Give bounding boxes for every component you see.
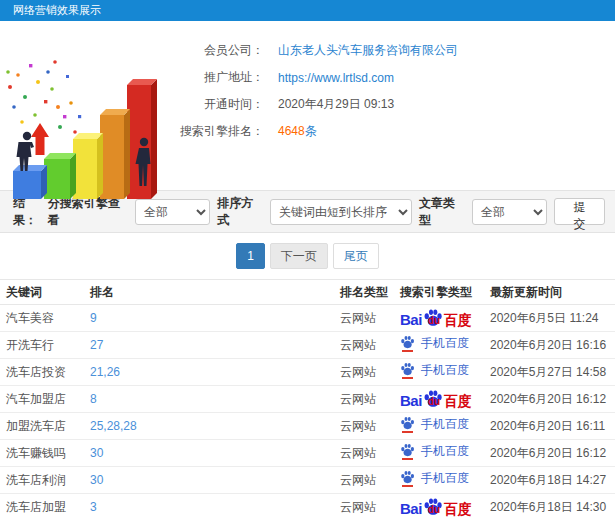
keyword-cell: 开洗车行 — [0, 332, 90, 359]
mobile-baidu-paw-icon — [400, 470, 415, 487]
rank-cell: 25,28,28 — [90, 413, 340, 440]
header-rank: 排名 — [90, 280, 340, 305]
update-time-cell: 2020年5月27日 14:58 — [490, 359, 615, 386]
header-update-time: 最新更新时间 — [490, 280, 615, 305]
mobile-baidu-logo: 手机百度 — [400, 470, 469, 487]
rank-type-cell: 云网站 — [340, 440, 400, 467]
keyword-cell: 洗车店加盟 — [0, 494, 90, 520]
rank-cell: 27 — [90, 332, 340, 359]
table-row: 洗车赚钱吗 30 云网站 Baidu百度 手机百度 2020年6月20日 16:… — [0, 440, 615, 467]
update-time-cell: 2020年6月20日 16:12 — [490, 386, 615, 413]
keyword-cell: 汽车加盟店 — [0, 386, 90, 413]
rank-cell: 21,26 — [90, 359, 340, 386]
bar-blue — [13, 165, 47, 199]
baidu-paw-icon: du — [423, 497, 443, 516]
keyword-cell: 汽车美容 — [0, 305, 90, 332]
rank-type-cell: 云网站 — [340, 332, 400, 359]
company-row: 会员公司： 山东老人头汽车服务咨询有限公司 — [180, 37, 615, 64]
rank-cell: 30 — [90, 467, 340, 494]
submit-button[interactable]: 提交 — [554, 198, 605, 225]
rank-cell: 9 — [90, 305, 340, 332]
table-row: 汽车加盟店 8 云网站 Baidu百度 手机百度 2020年6月20日 16:1… — [0, 386, 615, 413]
mobile-baidu-paw-icon — [400, 335, 415, 352]
promo-url-link[interactable]: https://www.lrtlsd.com — [278, 71, 394, 85]
rank-link[interactable]: 8 — [90, 392, 97, 406]
header-engine-type: 搜索引擎类型 — [400, 280, 490, 305]
table-row: 洗车店投资 21,26 云网站 Baidu百度 手机百度 2020年5月27日 … — [0, 359, 615, 386]
page-1-button[interactable]: 1 — [236, 243, 265, 269]
promo-url-label: 推广地址： — [180, 69, 264, 86]
table-row: 开洗车行 27 云网站 Baidu百度 手机百度 2020年6月20日 16:1… — [0, 332, 615, 359]
rank-cell: 30 — [90, 440, 340, 467]
mobile-baidu-paw-icon — [400, 443, 415, 460]
page-title: 网络营销效果展示 — [0, 0, 615, 21]
baidu-logo: Baidu百度 — [400, 308, 472, 327]
rank-link[interactable]: 25,28,28 — [90, 419, 137, 433]
rank-type-cell: 云网站 — [340, 359, 400, 386]
engine-cell: Baidu百度 手机百度 — [400, 413, 490, 440]
open-time-value: 2020年4月29日 09:13 — [278, 96, 394, 113]
engine-cell: Baidu百度 手机百度 — [400, 467, 490, 494]
last-page-button[interactable]: 尾页 — [333, 243, 379, 269]
keyword-cell: 洗车店投资 — [0, 359, 90, 386]
sort-filter-label: 排序方式 — [217, 195, 263, 229]
rank-type-cell: 云网站 — [340, 494, 400, 520]
ranking-table: 关键词 排名 排名类型 搜索引擎类型 最新更新时间 汽车美容 9 云网站 Bai… — [0, 279, 615, 520]
update-time-cell: 2020年6月5日 11:24 — [490, 305, 615, 332]
bar-yellow — [73, 133, 103, 199]
header-keyword: 关键词 — [0, 280, 90, 305]
engine-cell: Baidu百度 手机百度 — [400, 332, 490, 359]
update-time-cell: 2020年6月18日 14:27 — [490, 467, 615, 494]
baidu-paw-icon: du — [423, 389, 443, 408]
rank-link[interactable]: 3 — [90, 500, 97, 514]
info-section: 会员公司： 山东老人头汽车服务咨询有限公司 推广地址： https://www.… — [0, 21, 615, 190]
mobile-baidu-logo: 手机百度 — [400, 416, 469, 433]
table-row: 洗车店加盟 3 云网站 Baidu百度 手机百度 2020年6月18日 14:3… — [0, 494, 615, 520]
rank-count: 4648 — [278, 124, 305, 138]
promo-url-row: 推广地址： https://www.lrtlsd.com — [180, 64, 615, 91]
update-time-cell: 2020年6月20日 16:12 — [490, 440, 615, 467]
rank-unit: 条 — [305, 124, 317, 138]
table-row: 汽车美容 9 云网站 Baidu百度 手机百度 2020年6月5日 11:24 — [0, 305, 615, 332]
header-rank-type: 排名类型 — [340, 280, 400, 305]
keyword-cell: 洗车赚钱吗 — [0, 440, 90, 467]
mobile-baidu-paw-icon — [400, 362, 415, 379]
rank-link[interactable]: 30 — [90, 473, 103, 487]
rank-link[interactable]: 30 — [90, 446, 103, 460]
baidu-logo: Baidu百度 — [400, 389, 472, 408]
pagination: 1 下一页 尾页 — [0, 233, 615, 279]
company-label: 会员公司： — [180, 42, 264, 59]
article-type-select[interactable]: 全部 — [472, 199, 547, 225]
member-info: 会员公司： 山东老人头汽车服务咨询有限公司 推广地址： https://www.… — [180, 21, 615, 145]
open-time-label: 开通时间： — [180, 96, 264, 113]
update-time-cell: 2020年6月20日 16:16 — [490, 332, 615, 359]
rank-cell: 3 — [90, 494, 340, 520]
open-time-row: 开通时间： 2020年4月29日 09:13 — [180, 91, 615, 118]
baidu-logo: Baidu百度 — [400, 497, 472, 516]
engine-cell: Baidu百度 手机百度 — [400, 386, 490, 413]
company-link[interactable]: 山东老人头汽车服务咨询有限公司 — [278, 42, 458, 59]
rank-cell: 8 — [90, 386, 340, 413]
engine-cell: Baidu百度 手机百度 — [400, 440, 490, 467]
table-header-row: 关键词 排名 排名类型 搜索引擎类型 最新更新时间 — [0, 280, 615, 305]
update-time-cell: 2020年6月18日 14:30 — [490, 494, 615, 520]
rank-type-cell: 云网站 — [340, 467, 400, 494]
next-page-button[interactable]: 下一页 — [270, 243, 328, 269]
up-arrow — [31, 123, 49, 155]
rank-type-cell: 云网站 — [340, 305, 400, 332]
bar-green — [44, 153, 76, 199]
article-type-label: 文章类型 — [419, 195, 465, 229]
sort-filter-select[interactable]: 关键词由短到长排序 — [270, 199, 412, 225]
rank-link[interactable]: 27 — [90, 338, 103, 352]
engine-cell: Baidu百度 手机百度 — [400, 305, 490, 332]
rank-link[interactable]: 21,26 — [90, 365, 120, 379]
engine-cell: Baidu百度 手机百度 — [400, 359, 490, 386]
baidu-paw-icon: du — [423, 308, 443, 327]
update-time-cell: 2020年6月20日 16:11 — [490, 413, 615, 440]
rank-type-cell: 云网站 — [340, 413, 400, 440]
mobile-baidu-logo: 手机百度 — [400, 335, 469, 352]
table-row: 洗车店利润 30 云网站 Baidu百度 手机百度 2020年6月18日 14:… — [0, 467, 615, 494]
table-row: 加盟洗车店 25,28,28 云网站 Baidu百度 手机百度 2020年6月2… — [0, 413, 615, 440]
rank-link[interactable]: 9 — [90, 311, 97, 325]
rank-type-cell: 云网站 — [340, 386, 400, 413]
